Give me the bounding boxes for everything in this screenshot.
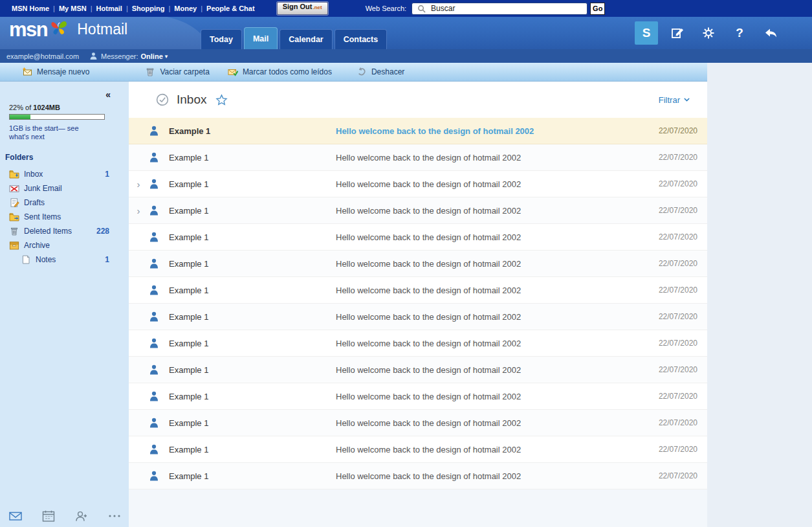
page-title: Inbox — [177, 93, 206, 107]
web-search-input[interactable]: Buscar — [411, 3, 587, 15]
email-sender: Example 1 — [169, 259, 336, 269]
folder-notes[interactable]: Notes1 — [0, 252, 129, 267]
email-subject[interactable]: Hello welcome back to the design of hotm… — [336, 445, 638, 454]
calendar-icon[interactable] — [42, 510, 55, 522]
sign-out-button[interactable]: Sign Out.net — [277, 2, 328, 15]
share-icon[interactable] — [759, 21, 782, 45]
messenger-dropdown-caret[interactable]: ▾ — [165, 53, 168, 60]
check-circle-icon[interactable] — [156, 93, 169, 106]
email-sender: Example 1 — [169, 286, 336, 295]
web-search-label: Web Search: — [366, 5, 406, 12]
email-row[interactable]: ›Example 1Hello welcome back to the desi… — [129, 197, 707, 224]
email-subject[interactable]: Hello welcome back to the design of hotm… — [336, 392, 638, 401]
help-icon[interactable]: ? — [728, 21, 751, 45]
toolbar-actions: Mensaje nuevoVaciar carpetaMarcar todos … — [0, 67, 404, 77]
empty-folder-button[interactable]: Vaciar carpeta — [145, 67, 209, 77]
email-subject[interactable]: Hello welcome back to the design of hotm… — [336, 418, 638, 428]
tab-mail[interactable]: Mail — [244, 27, 278, 49]
folder-drafts[interactable]: Drafts — [0, 196, 129, 210]
email-row[interactable]: Example 1Hello welcome back to the desig… — [129, 304, 707, 330]
email-subject[interactable]: Hello welcome back to the design of hotm… — [336, 339, 638, 348]
email-subject[interactable]: Hello welcome back to the design of hotm… — [336, 312, 638, 322]
tab-today[interactable]: Today — [201, 29, 242, 49]
email-row[interactable]: Example 1Hello welcome back to the desig… — [129, 277, 707, 304]
collapse-sidebar-button[interactable]: « — [105, 89, 111, 100]
email-row[interactable]: ›Example 1Hello welcome back to the desi… — [129, 171, 707, 197]
email-sender: Example 1 — [169, 179, 336, 189]
folder-junk-email[interactable]: Junk Email — [0, 181, 129, 196]
email-sender: Example 1 — [169, 126, 336, 136]
storage-upgrade-link[interactable]: 1GB is the start— see what's next — [9, 124, 88, 141]
expander-icon[interactable]: › — [129, 179, 148, 190]
folder-label: Deleted Items — [24, 227, 72, 236]
mark-read-button[interactable]: Marcar todos como leídos — [228, 67, 332, 77]
messenger-status[interactable]: Online — [141, 52, 163, 60]
msn-logo-text: msn — [9, 19, 47, 39]
skype-icon[interactable]: S — [635, 21, 658, 45]
mail-main: Inbox Filtrar Example 1Hello welcome bac… — [129, 82, 707, 527]
sender-avatar-icon — [148, 205, 160, 216]
notes-icon — [21, 255, 31, 264]
more-icon[interactable] — [108, 510, 121, 522]
tab-contacts[interactable]: Contacts — [335, 29, 387, 49]
folder-inbox[interactable]: Inbox1 — [0, 167, 129, 181]
folder-archive[interactable]: Archive — [0, 238, 129, 252]
email-subject[interactable]: Hello welcome back to the design of hotm… — [336, 259, 638, 269]
star-icon[interactable] — [215, 94, 228, 106]
nav-link-people-chat[interactable]: People & Chat — [206, 5, 255, 12]
email-date: 22/07/2020 — [638, 445, 697, 454]
email-row[interactable]: Example 1Hello welcome back to the desig… — [129, 383, 707, 410]
nav-separator: | — [168, 5, 170, 12]
mail-icon[interactable] — [9, 510, 22, 522]
contacts-icon[interactable] — [75, 510, 88, 522]
email-subject[interactable]: Hello welcome back to the design of hotm… — [336, 126, 638, 136]
new-message-button[interactable]: Mensaje nuevo — [22, 67, 89, 77]
email-subject[interactable]: Hello welcome back to the design of hotm… — [336, 206, 638, 216]
sender-avatar-icon — [148, 125, 160, 137]
email-date: 22/07/2020 — [638, 339, 697, 348]
email-row[interactable]: Example 1Hello welcome back to the desig… — [129, 224, 707, 251]
email-date: 22/07/2020 — [638, 126, 697, 135]
hotmail-app: MSN Home|My MSN|Hotmail|Shopping|Money|P… — [0, 0, 812, 527]
right-gutter — [707, 63, 812, 527]
email-subject[interactable]: Hello welcome back to the design of hotm… — [336, 153, 638, 163]
email-subject[interactable]: Hello welcome back to the design of hotm… — [336, 286, 638, 295]
folder-deleted-items[interactable]: Deleted Items228 — [0, 224, 129, 238]
nav-separator: | — [126, 5, 128, 12]
expander-icon[interactable]: › — [129, 205, 148, 216]
go-button[interactable]: Go — [590, 3, 605, 15]
email-subject[interactable]: Hello welcome back to the design of hotm… — [336, 232, 638, 242]
email-row[interactable]: Example 1Hello welcome back to the desig… — [129, 436, 707, 463]
nav-link-hotmail[interactable]: Hotmail — [96, 5, 122, 12]
email-row[interactable]: Example 1Hello welcome back to the desig… — [129, 118, 707, 144]
email-row[interactable]: Example 1Hello welcome back to the desig… — [129, 357, 707, 383]
compose-icon[interactable] — [666, 21, 689, 45]
nav-link-shopping[interactable]: Shopping — [132, 5, 165, 12]
email-subject[interactable]: Hello welcome back to the design of hotm… — [336, 365, 638, 375]
nav-link-my-msn[interactable]: My MSN — [59, 5, 87, 12]
email-row[interactable]: Example 1Hello welcome back to the desig… — [129, 410, 707, 436]
skype-icon-glyph: S — [642, 26, 651, 40]
mail-toolbar: Mensaje nuevoVaciar carpetaMarcar todos … — [0, 63, 707, 82]
hotmail-header: msn Hotmail TodayMailCalendarContacts S? — [0, 17, 812, 49]
folders-heading: Folders — [0, 153, 129, 162]
email-subject[interactable]: Hello welcome back to the design of hotm… — [336, 179, 638, 189]
filter-dropdown[interactable]: Filtrar — [659, 95, 690, 105]
email-row[interactable]: Example 1Hello welcome back to the desig… — [129, 330, 707, 357]
email-row[interactable]: Example 1Hello welcome back to the desig… — [129, 463, 707, 489]
folder-count: 1 — [105, 170, 109, 179]
nav-link-msn-home[interactable]: MSN Home — [12, 5, 49, 12]
email-subject[interactable]: Hello welcome back to the design of hotm… — [336, 471, 638, 481]
body-row: Mensaje nuevoVaciar carpetaMarcar todos … — [0, 63, 812, 527]
chevron-down-icon — [683, 97, 690, 102]
filter-label: Filtrar — [659, 95, 680, 105]
folder-sent-items[interactable]: Sent Items — [0, 210, 129, 224]
email-row[interactable]: Example 1Hello welcome back to the desig… — [129, 144, 707, 171]
nav-separator: | — [201, 5, 203, 12]
tab-calendar[interactable]: Calendar — [280, 29, 333, 49]
undo-button[interactable]: Deshacer — [357, 67, 404, 77]
email-row[interactable]: Example 1Hello welcome back to the desig… — [129, 251, 707, 277]
nav-link-money[interactable]: Money — [174, 5, 197, 12]
settings-icon[interactable] — [697, 21, 720, 45]
header-icons: S? — [635, 21, 782, 45]
